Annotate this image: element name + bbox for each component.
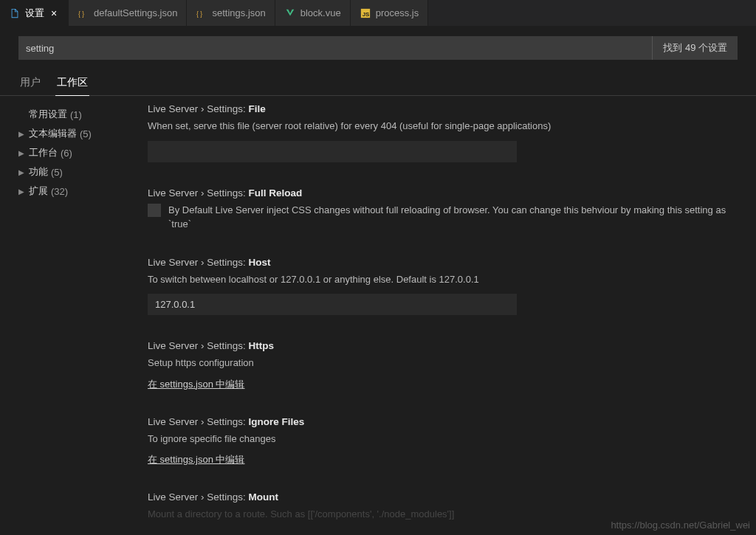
sidebar-item-texteditor[interactable]: ▶ 文本编辑器 (5) — [18, 124, 140, 143]
chevron-right-icon: ▶ — [18, 130, 26, 138]
sidebar-item-count: (6) — [61, 148, 72, 159]
sidebar: ▶ 常用设置 (1) ▶ 文本编辑器 (5) ▶ 工作台 (6) ▶ 功能 (5… — [0, 96, 140, 534]
tab-settings-json[interactable]: { } settings.json — [187, 0, 275, 26]
setting-desc: Setup https configuration — [148, 356, 734, 370]
setting-desc: By Default Live Server inject CSS change… — [168, 203, 734, 232]
json-icon: { } — [78, 7, 89, 19]
chevron-right-icon: ▶ — [18, 187, 26, 196]
sidebar-item-common[interactable]: ▶ 常用设置 (1) — [18, 105, 140, 124]
svg-text:{ }: { } — [196, 10, 202, 17]
search-result-count: 找到 49 个设置 — [652, 36, 738, 60]
tab-default-settings-json[interactable]: { } defaultSettings.json — [69, 0, 187, 26]
edit-in-settings-link[interactable]: 在 settings.json 中编辑 — [148, 454, 245, 465]
setting-title: Live Server › Settings: File — [148, 103, 734, 114]
setting-title: Live Server › Settings: Https — [148, 340, 734, 351]
setting-ignore-files: Live Server › Settings: Ignore Files To … — [148, 416, 734, 467]
setting-title: Live Server › Settings: Host — [148, 257, 734, 268]
tab-label: defaultSettings.json — [94, 7, 177, 18]
sidebar-item-extensions[interactable]: ▶ 扩展 (32) — [18, 182, 140, 201]
chevron-right-icon: ▶ — [18, 168, 26, 176]
file-icon — [9, 7, 21, 19]
tab-label: settings.json — [212, 7, 265, 18]
scope-tab-workspace[interactable]: 工作区 — [55, 70, 89, 96]
tab-label: block.vue — [300, 7, 341, 18]
edit-in-settings-link[interactable]: 在 settings.json 中编辑 — [148, 379, 245, 390]
setting-input-host[interactable] — [148, 294, 517, 315]
sidebar-item-label: 工作台 — [29, 146, 58, 159]
sidebar-item-count: (1) — [70, 109, 82, 120]
js-icon: JS — [360, 7, 371, 19]
setting-desc: To switch between localhost or 127.0.0.1… — [148, 272, 734, 287]
scope-tab-user[interactable]: 用户 — [18, 70, 42, 95]
sidebar-item-count: (5) — [51, 167, 63, 178]
setting-mount: Live Server › Settings: Mount Mount a di… — [148, 491, 734, 522]
checkbox-full-reload[interactable] — [148, 204, 161, 217]
setting-desc: When set, serve this file (server root r… — [148, 119, 734, 134]
sidebar-item-count: (5) — [80, 128, 92, 139]
sidebar-item-count: (32) — [51, 186, 68, 197]
setting-file: Live Server › Settings: File When set, s… — [148, 103, 734, 162]
sidebar-item-label: 扩展 — [29, 184, 48, 198]
svg-text:{ }: { } — [78, 10, 84, 17]
sidebar-item-workbench[interactable]: ▶ 工作台 (6) — [18, 143, 140, 162]
setting-input-file[interactable] — [148, 141, 517, 162]
tab-label: 设置 — [25, 7, 44, 20]
json-icon: { } — [196, 7, 207, 19]
setting-title: Live Server › Settings: Ignore Files — [148, 416, 734, 427]
scope-tabs: 用户 工作区 — [0, 70, 756, 96]
setting-host: Live Server › Settings: Host To switch b… — [148, 257, 734, 316]
sidebar-item-label: 功能 — [29, 165, 48, 179]
tab-label: process.js — [376, 7, 419, 18]
watermark: https://blog.csdn.net/Gabriel_wei — [611, 520, 750, 531]
setting-desc: To ignore specific file changes — [148, 432, 734, 446]
editor-tabs: 设置 × { } defaultSettings.json { } settin… — [0, 0, 756, 26]
tab-block-vue[interactable]: block.vue — [275, 0, 351, 26]
close-icon[interactable]: × — [49, 8, 59, 18]
svg-text:JS: JS — [362, 10, 369, 17]
sidebar-item-label: 常用设置 — [29, 108, 67, 121]
sidebar-item-label: 文本编辑器 — [29, 127, 77, 140]
setting-https: Live Server › Settings: Https Setup http… — [148, 340, 734, 391]
vue-icon — [284, 7, 296, 19]
search-area: 找到 49 个设置 — [0, 26, 756, 70]
chevron-right-icon: ▶ — [18, 149, 26, 157]
settings-content[interactable]: Live Server › Settings: File When set, s… — [140, 96, 756, 534]
search-input[interactable] — [18, 38, 643, 59]
setting-full-reload: Live Server › Settings: Full Reload By D… — [148, 187, 734, 232]
setting-title: Live Server › Settings: Full Reload — [148, 187, 734, 199]
tab-process-js[interactable]: JS process.js — [351, 0, 429, 26]
sidebar-item-features[interactable]: ▶ 功能 (5) — [18, 162, 140, 182]
tab-settings[interactable]: 设置 × — [0, 0, 69, 26]
setting-title: Live Server › Settings: Mount — [148, 491, 734, 503]
